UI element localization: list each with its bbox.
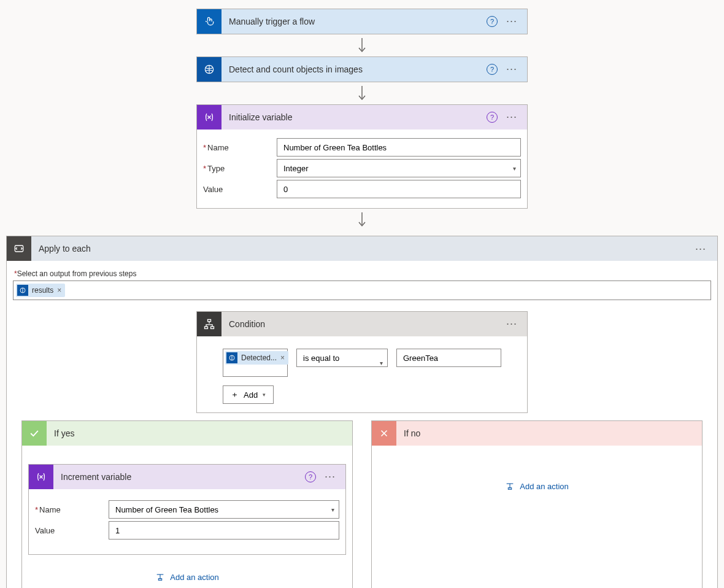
svg-rect-6 [208, 319, 211, 321]
step-title: Condition [229, 319, 503, 329]
step-condition[interactable]: Condition ··· Detected... [196, 311, 528, 413]
value-label: Value [35, 526, 109, 535]
condition-operator[interactable] [296, 349, 388, 367]
remove-token-icon[interactable]: × [280, 354, 285, 362]
more-icon[interactable]: ··· [503, 15, 521, 28]
chevron-down-icon: ▾ [263, 392, 266, 398]
select-output-input[interactable]: results × [13, 280, 711, 300]
check-icon [22, 421, 47, 446]
close-icon [372, 421, 396, 446]
arrow-icon [358, 82, 366, 104]
variable-icon [197, 105, 221, 130]
branch-title: If no [404, 428, 696, 438]
branch-if-no: If no Add an action [371, 420, 703, 588]
help-icon[interactable]: ? [305, 471, 316, 482]
step-apply-to-each[interactable]: Apply to each ··· *Select an output from… [6, 236, 718, 588]
insert-icon [155, 572, 165, 582]
plus-icon: ＋ [231, 389, 239, 400]
add-label: Add [244, 390, 258, 400]
touch-icon [197, 9, 221, 34]
token-label: results [32, 286, 53, 295]
insert-icon [505, 481, 515, 491]
step-initialize-variable[interactable]: Initialize variable ? ··· Name Type ▾ Va… [196, 104, 528, 209]
svg-rect-7 [205, 327, 208, 328]
value-input[interactable] [109, 521, 339, 540]
add-action-button[interactable]: Add an action [28, 555, 346, 587]
arrow-icon [358, 209, 366, 231]
type-select[interactable] [277, 159, 521, 177]
step-manual-trigger[interactable]: Manually trigger a flow ? ··· [196, 9, 528, 34]
step-title: Detect and count objects in images [229, 64, 487, 74]
ai-icon [17, 285, 28, 296]
branch-title: If yes [54, 428, 346, 438]
token-label: Detected... [241, 354, 277, 362]
branch-if-yes: If yes Increment variable [21, 420, 353, 588]
condition-value[interactable] [396, 349, 501, 367]
loop-icon [7, 236, 31, 261]
more-icon[interactable]: ··· [503, 110, 521, 123]
value-input[interactable] [277, 180, 521, 198]
more-icon[interactable]: ··· [321, 470, 339, 483]
condition-left-operand[interactable]: Detected... × [223, 349, 288, 377]
more-icon[interactable]: ··· [691, 242, 710, 255]
arrow-icon [358, 34, 366, 56]
more-icon[interactable]: ··· [503, 63, 521, 75]
step-increment-variable[interactable]: Increment variable ? ··· Name ▾ [28, 464, 346, 555]
step-title: Manually trigger a flow [229, 17, 487, 26]
step-detect-objects[interactable]: Detect and count objects in images ? ··· [196, 56, 528, 82]
svg-rect-8 [211, 327, 214, 328]
select-output-label: *Select an output from previous steps [14, 269, 711, 278]
more-icon[interactable]: ··· [503, 317, 521, 330]
step-title: Initialize variable [229, 112, 487, 122]
name-label: Name [203, 143, 277, 152]
token-detected[interactable]: Detected... × [225, 351, 288, 365]
step-title: Apply to each [39, 244, 691, 253]
help-icon[interactable]: ? [487, 64, 498, 75]
value-label: Value [203, 185, 277, 194]
ai-icon [226, 352, 237, 363]
variable-icon [29, 465, 53, 489]
name-input[interactable] [277, 138, 521, 157]
add-action-button[interactable]: Add an action [378, 464, 696, 496]
name-label: Name [35, 505, 109, 514]
type-label: Type [203, 164, 277, 173]
help-icon[interactable]: ? [487, 112, 498, 123]
remove-token-icon[interactable]: × [57, 286, 61, 295]
token-results[interactable]: results × [16, 284, 65, 297]
help-icon[interactable]: ? [487, 16, 498, 27]
condition-icon [197, 312, 221, 336]
name-select[interactable] [109, 500, 339, 519]
ai-icon [197, 57, 221, 82]
step-title: Increment variable [61, 472, 305, 482]
add-condition-button[interactable]: ＋ Add ▾ [223, 385, 274, 404]
